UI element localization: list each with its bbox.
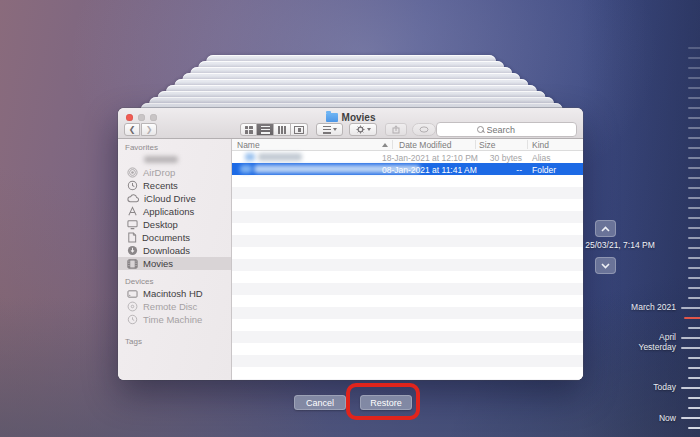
- time-machine-screen: Movies ❮ ❯: [0, 0, 700, 437]
- sidebar-item-applications[interactable]: Applications: [118, 205, 231, 218]
- column-divider[interactable]: [527, 140, 528, 149]
- sidebar-item-label: Applications: [143, 206, 194, 217]
- sidebar-item-macintosh-hd[interactable]: Macintosh HD: [118, 287, 231, 300]
- movies-icon: [127, 259, 138, 269]
- timeline-label-today[interactable]: Today: [653, 382, 676, 392]
- timeline-tick[interactable]: [688, 97, 700, 99]
- search-field[interactable]: [436, 122, 577, 137]
- sidebar-item-label: Documents: [142, 232, 190, 243]
- back-button[interactable]: ❮: [124, 123, 140, 136]
- sidebar-item-label: iCloud Drive: [144, 193, 196, 204]
- timeline-tick[interactable]: [688, 227, 700, 229]
- sidebar-item-icloud-drive[interactable]: iCloud Drive: [118, 192, 231, 205]
- timeline-tick[interactable]: [688, 187, 700, 189]
- forward-button[interactable]: ❯: [141, 123, 157, 136]
- sidebar-item-time-machine[interactable]: Time Machine: [118, 313, 231, 326]
- document-icon: [127, 232, 137, 243]
- sidebar-item-user-blurred[interactable]: [118, 153, 231, 166]
- timeline-tick[interactable]: [688, 427, 700, 429]
- chevron-down-icon: [333, 128, 337, 131]
- cancel-button[interactable]: Cancel: [294, 395, 346, 410]
- sidebar-item-downloads[interactable]: Downloads: [118, 244, 231, 257]
- sidebar-item-label: Desktop: [143, 219, 178, 230]
- arrange-icon: [323, 126, 331, 134]
- sidebar-item-airdrop[interactable]: AirDrop: [118, 166, 231, 179]
- sidebar-item-recents[interactable]: Recents: [118, 179, 231, 192]
- finder-window: Movies ❮ ❯: [118, 108, 583, 380]
- search-input[interactable]: [487, 125, 537, 135]
- file-row-folder-selected[interactable]: 08-Jan-2021 at 11:41 AM -- Folder: [232, 163, 583, 175]
- timeline-tick[interactable]: [688, 377, 700, 379]
- column-header-kind[interactable]: Kind: [532, 140, 549, 150]
- column-header-name[interactable]: Name: [237, 140, 260, 150]
- list-view-button[interactable]: [257, 123, 274, 136]
- tags-button[interactable]: [412, 123, 436, 136]
- column-divider[interactable]: [475, 140, 476, 149]
- share-button[interactable]: [385, 123, 407, 136]
- timeline-tick[interactable]: [688, 137, 700, 139]
- timeline-tick[interactable]: [688, 107, 700, 109]
- timeline-tick[interactable]: [688, 267, 700, 269]
- timeline-tick[interactable]: [681, 347, 700, 349]
- file-row-alias[interactable]: 18-Jan-2021 at 12:10 PM 30 bytes Alias: [232, 151, 583, 163]
- column-header-size[interactable]: Size: [479, 140, 496, 150]
- cell-size: 30 bytes: [478, 153, 522, 163]
- timeline-tick[interactable]: [688, 167, 700, 169]
- column-header-date[interactable]: Date Modified: [399, 140, 451, 150]
- column-view-button[interactable]: [274, 123, 291, 136]
- timeline-tick[interactable]: [688, 47, 700, 49]
- clock-icon: [127, 180, 138, 191]
- sidebar-item-documents[interactable]: Documents: [118, 231, 231, 244]
- list-view-icon: [261, 126, 270, 134]
- timeline-label-yesterday[interactable]: Yesterday: [639, 342, 677, 352]
- timeline-tick[interactable]: [688, 247, 700, 249]
- timeline-tick[interactable]: [688, 367, 700, 369]
- timeline-tick[interactable]: [684, 317, 700, 319]
- timeline-tick[interactable]: [688, 87, 700, 89]
- timeline-tick[interactable]: [688, 217, 700, 219]
- timeline-tick[interactable]: [688, 67, 700, 69]
- timeline-tick[interactable]: [688, 237, 700, 239]
- timeline-tick[interactable]: [688, 207, 700, 209]
- column-divider[interactable]: [392, 140, 393, 149]
- timeline-tick[interactable]: [688, 117, 700, 119]
- timeline-tick[interactable]: [688, 407, 700, 409]
- sidebar-item-movies[interactable]: Movies: [118, 257, 231, 270]
- timeline-tick[interactable]: [681, 417, 700, 419]
- sidebar-item-label: Recents: [143, 180, 178, 191]
- timeline-tick[interactable]: [688, 57, 700, 59]
- sidebar-item-desktop[interactable]: Desktop: [118, 218, 231, 231]
- coverflow-view-icon: [294, 126, 304, 134]
- timeline-tick[interactable]: [688, 157, 700, 159]
- timeline-label-april[interactable]: April: [659, 332, 676, 342]
- timeline-tick[interactable]: [688, 177, 700, 179]
- timeline-tick[interactable]: [688, 77, 700, 79]
- timeline-tick[interactable]: [688, 277, 700, 279]
- action-menu-button[interactable]: [349, 123, 377, 136]
- coverflow-view-button[interactable]: [291, 123, 308, 136]
- timeline-tick[interactable]: [688, 297, 700, 299]
- desktop-icon: [127, 219, 138, 230]
- timeline-tick[interactable]: [688, 147, 700, 149]
- timeline-tick[interactable]: [681, 307, 700, 309]
- file-name-redacted: [258, 153, 302, 161]
- timeline-tick[interactable]: [681, 387, 700, 389]
- timeline-tick[interactable]: [688, 127, 700, 129]
- timeline-tick[interactable]: [688, 397, 700, 399]
- hard-drive-icon: [127, 289, 138, 299]
- sidebar-item-remote-disc[interactable]: Remote Disc: [118, 300, 231, 313]
- icon-view-button[interactable]: [240, 123, 257, 136]
- restore-button[interactable]: Restore: [360, 395, 412, 410]
- timeline-label-now[interactable]: Now: [659, 413, 676, 423]
- timeline-tick[interactable]: [688, 257, 700, 259]
- cell-size: --: [478, 165, 522, 175]
- arrange-button[interactable]: [316, 123, 343, 136]
- timeline-tick[interactable]: [681, 337, 700, 339]
- sidebar-item-label: Downloads: [143, 245, 190, 256]
- timeline-tick[interactable]: [688, 287, 700, 289]
- window-titlebar: Movies ❮ ❯: [118, 108, 583, 139]
- timeline-label-march[interactable]: March 2021: [631, 302, 676, 312]
- timeline-tick[interactable]: [688, 197, 700, 199]
- timeline-tick[interactable]: [688, 327, 700, 329]
- timeline-tick[interactable]: [688, 357, 700, 359]
